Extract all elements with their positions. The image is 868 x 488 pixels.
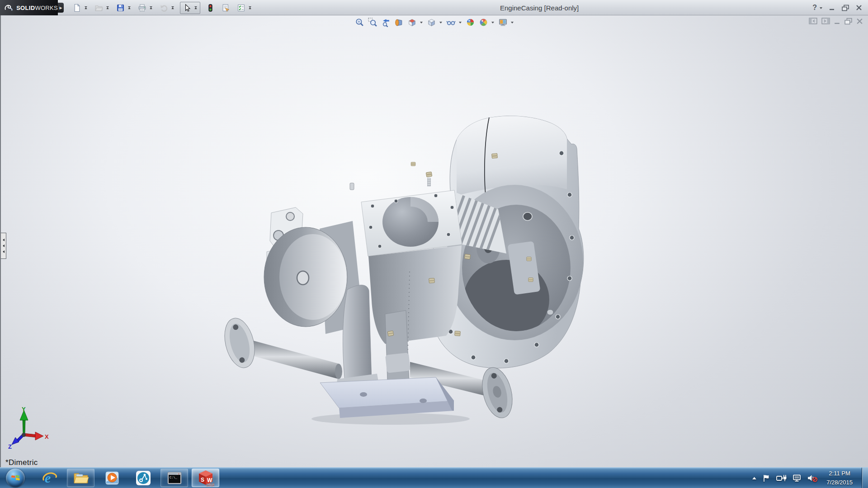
taskbar-item-solidworks[interactable]: S W 2015: [192, 469, 219, 487]
previous-view-button[interactable]: [380, 17, 392, 28]
engine-casing-model[interactable]: [1, 15, 868, 467]
brand-text: SOLIDWORKS: [16, 5, 58, 11]
start-button[interactable]: [6, 469, 25, 488]
collapse-pane-button[interactable]: [809, 18, 818, 25]
view-settings-caret[interactable]: [511, 22, 514, 23]
edit-appearance-button[interactable]: [464, 17, 476, 28]
save-dropdown-caret[interactable]: [128, 6, 131, 9]
taskbar-item-internet-explorer[interactable]: e: [36, 469, 63, 487]
select-dropdown-caret[interactable]: [194, 6, 197, 9]
folder-icon: [73, 470, 89, 486]
apply-scene-caret[interactable]: [491, 22, 494, 23]
volume-muted-icon[interactable]: [807, 474, 818, 482]
display-style-button[interactable]: [425, 17, 438, 28]
undo-button[interactable]: [158, 2, 170, 14]
view-settings-monitor-icon: [498, 18, 508, 27]
print-dropdown-caret[interactable]: [150, 6, 152, 9]
windows-flag-icon: [10, 473, 20, 483]
previous-view-icon: [381, 18, 391, 27]
media-player-icon: [104, 470, 120, 486]
svg-text:X: X: [45, 433, 49, 440]
doc-close-icon: [856, 18, 863, 25]
solidworks-logo[interactable]: SOLIDWORKS: [0, 0, 58, 15]
apply-scene-group: [477, 17, 496, 28]
view-orientation-cube-icon: [407, 18, 417, 27]
section-view-button[interactable]: [393, 17, 405, 28]
svg-text:S: S: [201, 477, 204, 483]
view-settings-button[interactable]: [497, 17, 509, 28]
show-desktop-button[interactable]: [862, 468, 868, 488]
zoom-to-fit-icon: [355, 18, 364, 27]
menu-expand-arrow[interactable]: ▶: [58, 3, 64, 13]
window-title: EngineCasing [Read-only]: [500, 0, 579, 15]
svg-text:C:\_: C:\_: [170, 476, 178, 479]
close-button[interactable]: [855, 5, 863, 11]
zoom-to-area-button[interactable]: [367, 17, 379, 28]
display-style-group: [425, 17, 444, 28]
restore-button[interactable]: [841, 5, 849, 11]
feature-manager-collapsed-tab[interactable]: [1, 233, 6, 259]
view-orientation-button[interactable]: [406, 17, 418, 28]
new-dropdown-caret[interactable]: [85, 6, 87, 9]
hide-show-items-button[interactable]: [445, 17, 457, 28]
titlebar: SOLIDWORKS ▶: [0, 0, 868, 15]
network-status-icon[interactable]: [792, 474, 802, 482]
expand-pane-button[interactable]: [821, 18, 830, 25]
svg-text:Y: Y: [22, 406, 26, 413]
help-button[interactable]: ?: [812, 4, 822, 12]
select-tool-button[interactable]: [181, 2, 193, 14]
undo-dropdown-caret[interactable]: [171, 6, 174, 9]
save-button[interactable]: [115, 2, 126, 14]
rebuild-group: [205, 2, 216, 14]
undo-arrow-icon: [160, 4, 168, 12]
options-dropdown-caret[interactable]: [249, 6, 251, 9]
zoom-to-fit-button[interactable]: [354, 17, 366, 28]
view-orientation-caret[interactable]: [420, 22, 423, 23]
printer-icon: [138, 4, 146, 12]
close-icon: [855, 5, 863, 11]
command-prompt-icon: C:\_: [166, 470, 183, 486]
taskbar-items: e: [36, 468, 219, 488]
file-properties-button[interactable]: [220, 2, 231, 14]
open-folder-icon: [94, 4, 103, 12]
taskbar-item-media-player[interactable]: [98, 469, 126, 487]
graphics-area[interactable]: Y X Z *Dimetric: [0, 15, 868, 467]
doc-restore-button[interactable]: [844, 18, 853, 25]
taskbar-item-share-app[interactable]: [129, 469, 157, 487]
zoom-to-fit-group: [354, 17, 366, 28]
section-view-group: [393, 17, 405, 28]
view-orientation-group: [406, 17, 425, 28]
options-button[interactable]: [236, 2, 247, 14]
open-button[interactable]: [93, 2, 104, 14]
doc-minimize-button[interactable]: [833, 18, 841, 25]
minimize-button[interactable]: [828, 5, 835, 11]
hide-show-items-caret[interactable]: [459, 22, 462, 23]
rebuild-button[interactable]: [205, 2, 216, 14]
doc-close-button[interactable]: [856, 18, 863, 25]
show-hidden-icons-button[interactable]: [751, 476, 757, 480]
collapse-pane-icon: [809, 18, 818, 25]
solidworks-logo-mark: [4, 4, 14, 12]
eyeglasses-icon: [446, 18, 456, 27]
new-document-button[interactable]: [71, 2, 83, 14]
share-app-icon: [135, 470, 151, 486]
taskbar-item-windows-explorer[interactable]: [67, 469, 94, 487]
rebuild-traffic-light-icon: [206, 4, 215, 12]
section-view-icon: [394, 18, 404, 27]
taskbar-item-command-prompt[interactable]: C:\_: [160, 469, 188, 487]
network-monitor-icon: [792, 474, 802, 482]
orientation-triad: Y X Z: [7, 406, 51, 453]
minimize-icon: [828, 5, 835, 11]
options-group: [236, 2, 253, 14]
display-style-caret[interactable]: [439, 22, 442, 23]
apply-scene-button[interactable]: [477, 17, 490, 28]
power-status-icon[interactable]: [776, 474, 787, 482]
action-center-button[interactable]: [762, 474, 771, 482]
taskbar-clock[interactable]: 2:11 PM 7/28/2015: [824, 469, 855, 487]
help-dropdown-caret: [820, 7, 822, 9]
headsup-view-toolbar: [353, 17, 516, 28]
print-button[interactable]: [137, 2, 148, 14]
open-dropdown-caret[interactable]: [106, 6, 109, 9]
file-properties-icon: [222, 4, 230, 12]
internet-explorer-icon: e: [42, 470, 58, 486]
